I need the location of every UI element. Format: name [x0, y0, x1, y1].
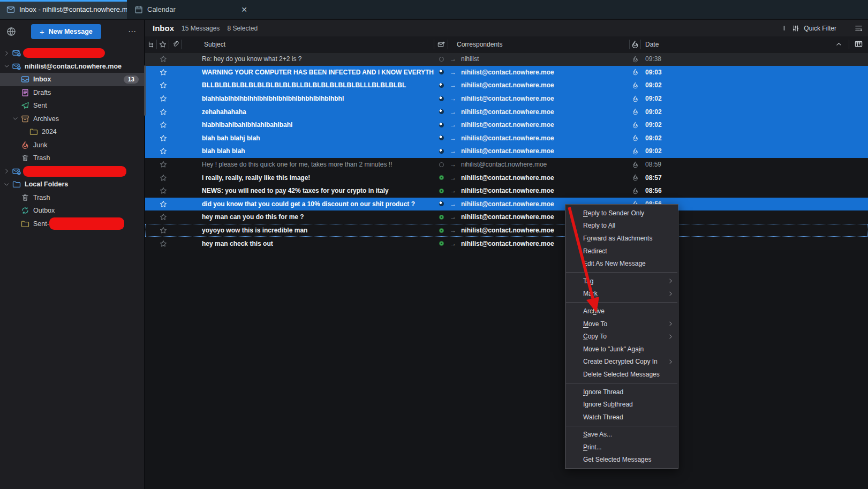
menu-item-tag[interactable]: Tag — [565, 275, 678, 288]
menu-item-ignore-subthread[interactable]: Ignore Subthread — [565, 398, 678, 411]
menu-item-reply-to-sender-only[interactable]: Reply to Sender Only — [565, 207, 678, 220]
star-icon[interactable] — [157, 147, 169, 155]
unread-dot-icon[interactable] — [434, 149, 448, 154]
star-icon[interactable] — [157, 213, 169, 221]
message-row[interactable]: did you know that you could get a 10% di… — [145, 198, 868, 211]
star-icon[interactable] — [157, 161, 169, 168]
spaces-globe-icon[interactable] — [6, 27, 16, 36]
scrollbar-thumb[interactable] — [144, 65, 146, 116]
sidebar-item-nihilist-contact-nowhere-moe[interactable]: nihilist@contact.nowhere.moe — [0, 60, 144, 73]
date-column-header[interactable]: Date — [641, 40, 868, 49]
message-row[interactable]: hlabhlbahlbahlbhlahlbahlbahl→nihilist@co… — [145, 118, 868, 132]
message-row[interactable]: hey man check this out→nihilist@contact.… — [145, 237, 868, 250]
sidebar-item-trash[interactable]: Trash — [0, 152, 144, 165]
sidebar-item-drafts[interactable]: Drafts — [0, 86, 144, 100]
menu-item-watch-thread[interactable]: Watch Thread — [565, 411, 678, 424]
sidebar-item-2024[interactable]: 2024 — [0, 125, 144, 139]
read-dot-icon[interactable] — [434, 162, 448, 167]
sidebar-item-redacted-account[interactable] — [0, 165, 144, 178]
star-icon[interactable] — [157, 108, 169, 116]
junk-column-icon[interactable] — [630, 40, 641, 49]
unread-dot-icon[interactable] — [434, 109, 448, 114]
unread-dot-icon[interactable] — [434, 136, 448, 140]
star-icon[interactable] — [157, 81, 169, 89]
sort-ascending-icon[interactable] — [829, 41, 849, 48]
unread-dot-icon[interactable] — [434, 123, 448, 127]
message-row[interactable]: BLLBLBLBLBLBLBLBLBLBLBLLBLBLBLBLBLBLBLLL… — [145, 79, 868, 92]
unread-dot-icon[interactable] — [434, 189, 448, 193]
sidebar-item-archives[interactable]: Archives — [0, 112, 144, 126]
sidebar-item-sent-[interactable]: Sent- — [0, 217, 144, 231]
junk-flame-icon[interactable] — [630, 134, 641, 141]
tab-calendar[interactable]: Calendar — [128, 0, 182, 19]
junk-flame-icon[interactable] — [630, 69, 641, 76]
thread-column-icon[interactable] — [145, 40, 157, 49]
unread-dot-icon[interactable] — [434, 83, 448, 88]
correspondents-column-header[interactable]: Correspondents — [448, 40, 630, 49]
unread-dot-icon[interactable] — [434, 96, 448, 101]
message-row[interactable]: hey man can you do this for me ?→nihilis… — [145, 210, 868, 224]
quick-filter-label[interactable]: Quick Filter — [804, 25, 836, 32]
star-icon[interactable] — [157, 240, 169, 247]
unread-dot-icon[interactable] — [434, 241, 448, 246]
unread-dot-icon[interactable] — [434, 201, 448, 206]
star-icon[interactable] — [157, 174, 169, 182]
junk-flame-icon[interactable] — [630, 174, 641, 181]
chevron-down-icon[interactable] — [11, 116, 19, 122]
junk-flame-icon[interactable] — [630, 108, 641, 115]
message-list-display-options-icon[interactable] — [855, 24, 863, 32]
sidebar-item-trash[interactable]: Trash — [0, 191, 144, 205]
menu-item-mark[interactable]: Mark — [565, 288, 678, 300]
message-row[interactable]: Re: hey do you know what 2+2 is ?→nihili… — [145, 52, 868, 66]
sidebar-item-redacted-account[interactable] — [0, 47, 144, 60]
menu-item-create-decrypted-copy-in[interactable]: Create Decrypted Copy In — [565, 356, 678, 368]
sidebar-item-local-folders[interactable]: Local Folders — [0, 178, 144, 191]
new-message-button[interactable]: + New Message — [31, 24, 101, 39]
tab-mail[interactable]: Inbox - nihilist@contact.nowhere.mo — [0, 0, 127, 19]
message-row[interactable]: WARNING YOUR COMPUTER HAS BEEN INFECTED … — [145, 66, 868, 79]
attachment-column-icon[interactable] — [169, 40, 182, 49]
sidebar-item-inbox[interactable]: Inbox13 — [0, 73, 144, 86]
quick-filter-sliders-icon[interactable] — [792, 25, 799, 32]
menu-item-save-as[interactable]: Save As... — [565, 428, 678, 441]
read-dot-icon[interactable] — [434, 57, 448, 62]
junk-flame-icon[interactable] — [630, 122, 641, 129]
column-picker-icon[interactable] — [849, 40, 868, 48]
star-icon[interactable] — [157, 200, 169, 208]
star-column-icon[interactable] — [157, 40, 169, 49]
junk-flame-icon[interactable] — [630, 161, 641, 168]
menu-item-edit-as-new-message[interactable]: Edit As New Message — [565, 257, 678, 270]
message-row[interactable]: blah bah blahj blah→nihilist@contact.now… — [145, 132, 868, 145]
sidebar-item-junk[interactable]: Junk — [0, 139, 144, 152]
message-row[interactable]: blah blah blah→nihilist@contact.nowhere.… — [145, 145, 868, 158]
junk-flame-icon[interactable] — [630, 56, 641, 63]
message-row[interactable]: zehahahahaha→nihilist@contact.nowhere.mo… — [145, 105, 868, 118]
star-icon[interactable] — [157, 134, 169, 142]
message-row[interactable]: NEWS: you will need to pay 42% taxes for… — [145, 184, 868, 198]
read-status-column-icon[interactable] — [434, 40, 448, 49]
chevron-right-icon[interactable] — [2, 50, 11, 56]
menu-item-reply-to-all[interactable]: Reply to All — [565, 220, 678, 232]
menu-item-copy-to[interactable]: Copy To — [565, 330, 678, 343]
unread-dot-icon[interactable] — [434, 70, 448, 74]
junk-flame-icon[interactable] — [630, 95, 641, 102]
chevron-down-icon[interactable] — [2, 63, 11, 69]
menu-item-archive[interactable]: Archive — [565, 305, 678, 318]
chevron-right-icon[interactable] — [2, 168, 11, 174]
message-row[interactable]: Hey ! please do this quick one for me, t… — [145, 158, 868, 171]
sidebar-item-sent[interactable]: Sent — [0, 99, 144, 112]
menu-item-move-to-junk-again[interactable]: Move to "Junk" Again — [565, 343, 678, 356]
unread-dot-icon[interactable] — [434, 175, 448, 180]
tab-close-icon[interactable]: ✕ — [239, 4, 250, 15]
message-row[interactable]: yoyoyo wow this is incredible man→nihili… — [145, 224, 868, 237]
menu-item-print[interactable]: Print... — [565, 441, 678, 454]
sidebar-item-outbox[interactable]: Outbox — [0, 204, 144, 217]
folder-pane-options-icon[interactable]: ⋯ — [126, 26, 139, 37]
menu-item-redirect[interactable]: Redirect — [565, 245, 678, 258]
junk-flame-icon[interactable] — [630, 82, 641, 89]
menu-item-move-to[interactable]: Move To — [565, 318, 678, 330]
star-icon[interactable] — [157, 227, 169, 234]
menu-item-get-selected-messages[interactable]: Get Selected Messages — [565, 454, 678, 467]
unread-dot-icon[interactable] — [434, 215, 448, 220]
star-icon[interactable] — [157, 187, 169, 194]
